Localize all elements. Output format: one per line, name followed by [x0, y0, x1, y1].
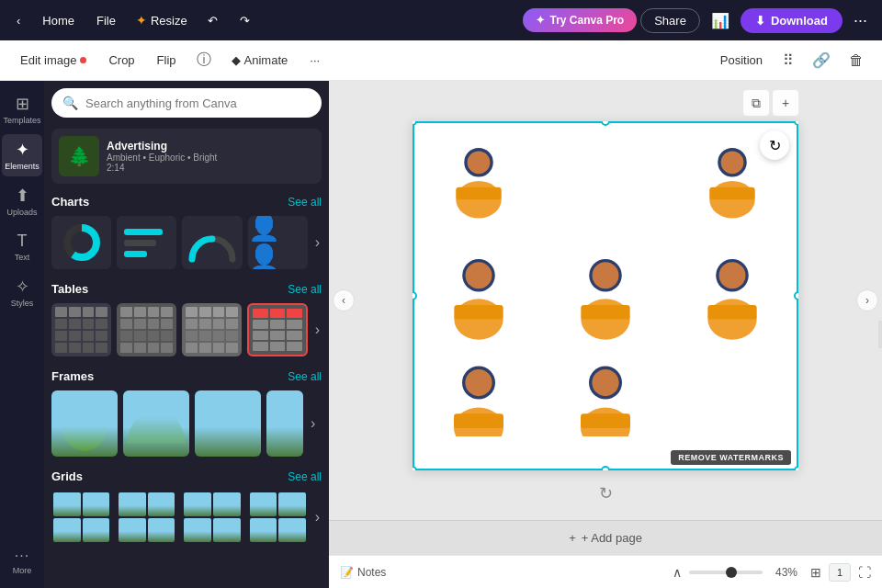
audio-thumbnail: 🌲 [59, 136, 99, 176]
table-item-1[interactable] [51, 303, 111, 356]
nav-undo-button[interactable]: ↶ [198, 10, 227, 31]
frames-next-button[interactable]: › [309, 413, 317, 434]
charts-section-header: Charts See all [51, 195, 322, 209]
info-button[interactable]: ⓘ [189, 46, 219, 74]
nav-resize-button[interactable]: ✦ Resize [129, 9, 195, 31]
sidebar-item-more[interactable]: ··· More [2, 542, 42, 581]
svg-point-25 [465, 369, 492, 396]
notes-button[interactable]: 📝 Notes [340, 566, 386, 579]
scroll-left-button[interactable]: ‹ [333, 289, 355, 311]
charts-see-all-button[interactable]: See all [288, 196, 322, 209]
tables-next-button[interactable]: › [313, 320, 322, 340]
person-cell-1 [416, 125, 541, 238]
nav-redo-button[interactable]: ↷ [231, 10, 259, 31]
page-layout-button[interactable]: ⊞ [810, 565, 821, 580]
frames-row: › [51, 390, 322, 457]
search-input[interactable] [85, 96, 311, 110]
add-page-label: + Add page [582, 531, 642, 545]
sidebar-item-styles[interactable]: ✧ Styles [2, 271, 42, 313]
nav-file-button[interactable]: File [87, 10, 125, 31]
svg-rect-20 [707, 305, 756, 320]
svg-point-21 [719, 262, 746, 288]
analytics-button[interactable]: 📊 [704, 7, 737, 34]
delete-button[interactable]: 🗑 [842, 48, 871, 74]
svg-rect-24 [454, 414, 503, 429]
left-sidebar: ⊞ Templates ✦ Elements ⬆ Uploads T Text … [0, 81, 44, 588]
canvas-rotate-icon[interactable]: ↻ [592, 476, 620, 511]
handle-right-mid[interactable] [794, 291, 798, 300]
person-cell-2 [543, 125, 668, 238]
share-button[interactable]: Share [640, 8, 700, 33]
tables-see-all-button[interactable]: See all [288, 283, 322, 296]
search-icon: 🔍 [62, 96, 78, 110]
grid-display-button[interactable]: ⠿ [775, 47, 801, 74]
zoom-slider[interactable] [689, 571, 763, 574]
nav-back-button[interactable]: ‹ [7, 10, 29, 31]
charts-next-button[interactable]: › [313, 232, 322, 253]
chart-donut-item[interactable] [51, 216, 111, 269]
grids-next-button[interactable]: › [313, 507, 322, 527]
try-canva-pro-button[interactable]: ✦ Try Canva Pro [523, 8, 637, 32]
sidebar-templates-label: Templates [3, 116, 40, 125]
sidebar-item-elements[interactable]: ✦ Elements [2, 134, 42, 176]
sidebar-styles-label: Styles [11, 299, 34, 308]
position-button[interactable]: Position [711, 49, 772, 72]
canvas-duplicate-button[interactable]: ⧉ [743, 90, 769, 116]
frame-tall-item[interactable] [266, 390, 303, 457]
watermark-banner[interactable]: REMOVE WATERMARKS [671, 450, 791, 465]
handle-bottom-mid[interactable] [601, 466, 610, 470]
crop-button[interactable]: Crop [99, 49, 143, 72]
svg-point-29 [592, 369, 618, 396]
nav-more-button[interactable]: ··· [846, 6, 875, 35]
nav-home-button[interactable]: Home [33, 10, 84, 31]
grid-item-3[interactable] [182, 491, 242, 544]
search-bar[interactable]: 🔍 [51, 88, 322, 118]
grids-section-header: Grids See all [51, 469, 322, 483]
add-page-plus-icon: + [569, 531, 576, 545]
grids-see-all-button[interactable]: See all [288, 470, 322, 483]
table-item-3[interactable] [182, 303, 242, 356]
table-item-4[interactable] [247, 303, 307, 356]
sidebar-item-uploads[interactable]: ⬆ Uploads [2, 180, 42, 222]
sidebar-item-templates[interactable]: ⊞ Templates [2, 88, 42, 130]
handle-bottom-right[interactable] [794, 466, 798, 470]
frames-see-all-button[interactable]: See all [288, 370, 322, 383]
scroll-right-button[interactable]: › [856, 289, 878, 311]
charts-row: 👤👤 › [51, 216, 322, 269]
frame-oval-item[interactable] [51, 390, 118, 457]
canvas-page[interactable]: ↻ [413, 121, 798, 470]
audio-card[interactable]: 🌲 Advertising Ambient • Euphoric • Brigh… [51, 129, 322, 184]
download-button[interactable]: ⬇ Download [741, 8, 842, 33]
download-arrow-icon: ⬇ [755, 14, 765, 28]
fullscreen-button[interactable]: ⛶ [858, 565, 871, 580]
notes-label: Notes [357, 566, 386, 579]
edit-image-dot [80, 57, 86, 63]
notes-icon: 📝 [340, 566, 354, 579]
elements-icon: ✦ [16, 140, 29, 160]
tables-title: Tables [51, 282, 88, 296]
add-page-bar[interactable]: + + Add page [329, 520, 882, 555]
chart-arc-item[interactable] [182, 216, 242, 269]
canvas-refresh-button[interactable]: ↻ [760, 130, 789, 160]
sidebar-text-label: Text [15, 253, 30, 262]
chart-people-item[interactable]: 👤👤 [248, 216, 308, 269]
grid-item-4[interactable] [248, 491, 308, 544]
audio-title: Advertising [107, 140, 314, 153]
toolbar-more-button[interactable]: ··· [300, 49, 329, 72]
frame-cloud-item[interactable] [123, 390, 189, 457]
grid-item-2[interactable] [117, 491, 176, 544]
link-button[interactable]: 🔗 [805, 47, 838, 74]
grid-item-1[interactable] [51, 491, 111, 544]
frame-rect-item[interactable] [195, 390, 261, 457]
edit-image-button[interactable]: Edit image [11, 49, 96, 72]
collapse-panel-button[interactable]: ‹ [878, 321, 882, 348]
charts-title: Charts [51, 195, 89, 209]
canvas-add-button[interactable]: + [773, 90, 798, 116]
canva-pro-star-icon: ✦ [536, 14, 545, 27]
flip-button[interactable]: Flip [148, 49, 186, 72]
table-item-2[interactable] [117, 303, 176, 356]
animate-button[interactable]: ◆ Animate [222, 49, 298, 72]
scroll-up-button[interactable]: ∧ [673, 565, 682, 580]
chart-line-item[interactable] [117, 216, 176, 269]
sidebar-item-text[interactable]: T Text [2, 226, 42, 267]
